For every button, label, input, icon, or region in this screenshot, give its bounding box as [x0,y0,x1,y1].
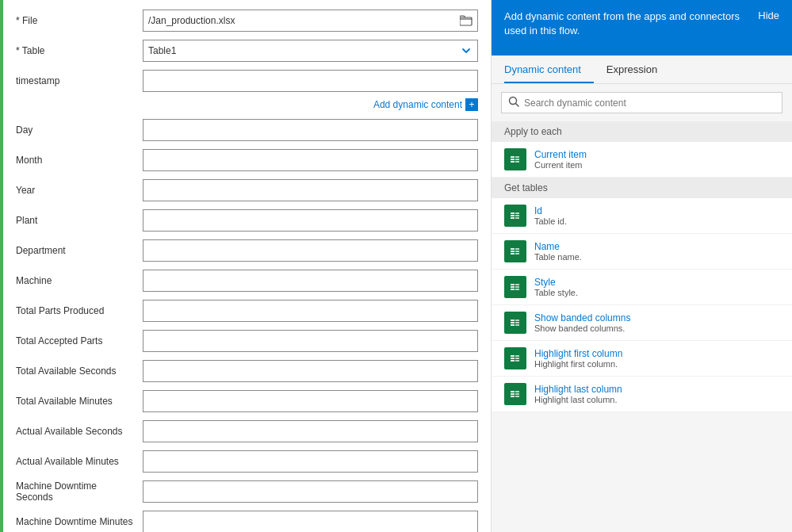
highlight-last-column-title: Highlight last column [534,384,622,395]
machine-downtime-minutes-label: Machine Downtime Minutes [16,516,143,527]
svg-rect-27 [511,289,515,290]
svg-rect-44 [515,360,519,362]
day-label: Day [16,124,143,136]
plant-input[interactable] [143,209,478,232]
style-icon [504,276,526,298]
svg-rect-43 [515,358,519,359]
machine-input[interactable] [143,270,478,292]
timestamp-row: timestamp [16,68,478,94]
current-item-text: Current item Current item [534,149,587,170]
year-input[interactable] [143,179,478,201]
total-parts-produced-row: Total Parts Produced [16,298,478,323]
add-dynamic-row: Add dynamic content + [16,98,478,111]
total-available-seconds-label: Total Available Seconds [16,366,143,377]
total-available-minutes-row: Total Available Minutes [16,388,478,414]
highlight-last-column-text: Highlight last column Highlight last col… [534,384,622,404]
search-box[interactable] [501,92,782,113]
plant-row: Plant [16,208,478,233]
tab-dynamic-content[interactable]: Dynamic content [504,55,594,83]
item-highlight-last-column[interactable]: Highlight last column Highlight last col… [492,377,792,412]
folder-icon[interactable] [455,10,477,32]
current-item-icon [504,148,526,170]
month-input[interactable] [143,149,478,171]
file-row: File /Jan_production.xlsx [16,8,478,33]
year-row: Year [16,178,478,203]
id-subtitle: Table id. [534,216,567,226]
section-get-tables: Get tables [492,178,792,198]
item-show-banded-columns[interactable]: Show banded columns Show banded columns. [492,305,792,341]
plus-icon: + [465,98,478,111]
table-label: Table [16,45,143,56]
dynamic-header-text: Add dynamic content from the apps and co… [504,10,748,38]
name-title: Name [534,241,582,252]
current-item-subtitle: Current item [534,160,587,170]
actual-available-minutes-input[interactable] [143,450,478,473]
svg-line-2 [516,104,519,107]
machine-downtime-minutes-input[interactable] [143,511,478,532]
svg-rect-40 [511,358,515,359]
show-banded-columns-text: Show banded columns Show banded columns. [534,312,630,333]
total-available-seconds-input[interactable] [143,360,478,382]
department-row: Department [16,238,478,263]
svg-rect-25 [511,284,515,285]
style-text: Style Table style. [534,277,578,297]
department-input[interactable] [143,239,478,262]
highlight-last-column-icon [504,383,526,405]
style-subtitle: Table style. [534,288,578,297]
item-id[interactable]: Id Table id. [492,198,792,234]
dynamic-content-list: Apply to each Current item Current item [492,121,792,532]
add-dynamic-link[interactable]: Add dynamic content + [373,98,478,111]
svg-rect-4 [511,156,515,158]
total-parts-produced-label: Total Parts Produced [16,305,143,316]
search-wrapper [492,84,792,121]
svg-rect-51 [515,396,519,397]
svg-rect-39 [511,355,515,357]
day-input[interactable] [143,119,478,141]
actual-available-seconds-row: Actual Available Seconds [16,419,478,444]
table-select[interactable]: Table1 [143,40,478,62]
actual-available-minutes-label: Actual Available Minutes [16,456,143,467]
search-icon [508,96,519,109]
actual-available-seconds-input[interactable] [143,420,478,442]
file-input-wrapper[interactable]: /Jan_production.xlsx [143,10,478,32]
name-text: Name Table name. [534,241,582,262]
svg-rect-11 [511,212,515,214]
svg-rect-37 [515,324,519,326]
total-parts-produced-input[interactable] [143,300,478,322]
show-banded-columns-icon [504,312,526,334]
hide-button[interactable]: Hide [758,10,779,21]
svg-rect-48 [511,396,515,397]
file-value: /Jan_production.xlsx [143,13,455,28]
svg-rect-5 [511,159,515,160]
machine-downtime-seconds-label: Machine Downtime Seconds [16,480,143,503]
actual-available-minutes-row: Actual Available Minutes [16,449,478,474]
file-label: File [16,15,143,26]
table-value: Table1 [143,44,455,58]
day-row: Day [16,117,478,143]
total-accepted-parts-input[interactable] [143,330,478,352]
svg-rect-32 [511,320,515,321]
svg-rect-9 [515,161,519,163]
search-input[interactable] [524,98,775,109]
plant-label: Plant [16,215,143,226]
svg-rect-12 [511,215,515,216]
highlight-first-column-title: Highlight first column [534,348,622,359]
svg-rect-41 [511,360,515,362]
item-current-item[interactable]: Current item Current item [492,142,792,178]
total-accepted-parts-label: Total Accepted Parts [16,335,143,346]
total-accepted-parts-row: Total Accepted Parts [16,328,478,354]
style-title: Style [534,277,578,288]
svg-rect-26 [511,286,515,288]
svg-rect-8 [515,159,519,160]
item-style[interactable]: Style Table style. [492,270,792,305]
total-available-minutes-input[interactable] [143,390,478,412]
timestamp-input[interactable] [143,70,478,92]
item-name[interactable]: Name Table name. [492,234,792,270]
item-highlight-first-column[interactable]: Highlight first column Highlight first c… [492,341,792,377]
current-item-title: Current item [534,149,587,160]
show-banded-columns-subtitle: Show banded columns. [534,323,630,333]
machine-downtime-seconds-input[interactable] [143,480,478,503]
svg-rect-29 [515,286,519,288]
tab-expression[interactable]: Expression [606,55,670,83]
svg-rect-30 [515,289,519,290]
